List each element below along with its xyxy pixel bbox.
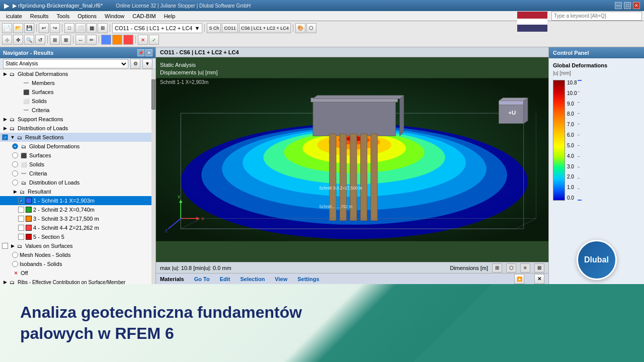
tree-item-solids[interactable]: ⬜ Solids [0,97,155,106]
tree-item-section-5[interactable]: 5 - Section 5 [0,232,155,241]
tree-item-rs-surfaces[interactable]: ⬛ Surfaces [0,151,155,160]
tree-item-rs-solids[interactable]: ⬜ Solids [0,160,155,169]
mat-edit[interactable]: Edit [220,276,230,282]
close-panel-button[interactable]: ✕ [145,49,152,56]
tb-move[interactable]: ✜ [13,35,23,45]
tb-grid[interactable]: ⊞ [50,35,60,45]
radio-rs-global-def[interactable] [12,143,18,149]
mat-close-btn[interactable]: ✕ [534,274,544,284]
minimize-button[interactable]: — [615,2,622,9]
tb-annotate[interactable]: ✏ [87,35,97,45]
tree-item-rs-resultant[interactable]: ▶ 🗂 Resultant [0,187,155,196]
tree-item-schnitt-2[interactable]: 2 - Schnitt 2-2 X=0,740m [0,205,155,214]
tb-redo[interactable]: ↪ [50,23,60,33]
status-btn-3[interactable]: ≡ [520,263,530,273]
pin-button[interactable]: 📌 [137,49,144,56]
analysis-select[interactable]: Static Analysis [3,59,128,68]
radio-off[interactable]: ✕ [12,270,19,276]
tb-wire[interactable]: ⬡ [306,23,316,33]
tb-view1[interactable]: □ [64,23,74,33]
tree-item-criteria[interactable]: 〰 Criteria [0,106,155,115]
mat-goto[interactable]: Go To [194,276,210,282]
tb-snap[interactable]: ⊠ [61,35,71,45]
tb-view2[interactable]: ⬜ [75,23,86,33]
tree-item-distribution-loads[interactable]: ▶ 🗂 Distribution of Loads [0,124,155,133]
status-btn-2[interactable]: ⬡ [506,263,516,273]
menu-help[interactable]: Help [160,12,180,20]
svg-marker-34 [499,98,527,101]
tb-select[interactable]: ⊹ [2,35,12,45]
nav-scrollbar[interactable] [151,69,155,284]
analysis-settings-btn[interactable]: ⚙ [130,59,140,69]
tb-save[interactable]: 💾 [24,23,34,33]
tb-view4[interactable]: ⊞ [98,23,108,33]
tree-item-surfaces[interactable]: ⬛ Surfaces [0,87,155,97]
tb-cross[interactable]: ✕ [138,35,148,45]
status-btn-1[interactable]: ⊞ [492,263,502,273]
tree-item-values-surfaces[interactable]: ▶ 🗂 Values on Surfaces [0,241,155,250]
tree-item-result-sections[interactable]: ▼ 🗂 Result Sections [0,133,155,142]
cb-schnitt-4[interactable] [18,225,24,231]
tb-render[interactable]: 🎨 [295,23,305,33]
sep6 [47,36,48,44]
tree-item-ribs[interactable]: ▶ 🗂 Ribs - Effective Contribution on Sur… [0,278,155,284]
maximize-button[interactable]: □ [624,2,631,9]
radio-rs-solids[interactable] [12,161,18,167]
tree-item-schnitt-3[interactable]: 3 - Schnitt 3-3 Z=17,500 m [0,214,155,223]
tree-item-rs-global-def[interactable]: 🗂 Global Deformations [0,142,155,151]
radio-rs-surfaces[interactable] [12,152,18,158]
tb-new[interactable]: 📄 [2,23,12,33]
tb-co11[interactable]: CO11 [222,23,238,33]
tb-rotate[interactable]: ↺ [35,35,45,45]
menu-tools[interactable]: Tools [52,12,73,20]
tb-color2[interactable] [112,35,122,45]
viewport[interactable]: X Y Z Schnitt 3-3 Z=17,500 m Schnitt... … [156,57,548,262]
radio-rs-dist-loads[interactable] [12,179,18,186]
mat-expand-btn[interactable]: 🔼 [514,274,524,284]
analysis-filter-btn[interactable]: ▼ [142,59,152,69]
tb-cs6-combo[interactable]: CS6 | LC1 + LC2 + LC4 [239,23,291,33]
tree-item-members[interactable]: 〰 Members [0,78,155,87]
cb-values-surfaces[interactable] [2,243,8,249]
tb-check[interactable]: ✓ [149,35,159,45]
combo-bar[interactable]: CO11 - CS6 | LC1 + LC2 + LC4 ▼ [112,23,202,33]
menu-window[interactable]: Window [101,12,128,20]
status-btn-4[interactable]: ⊠ [534,263,544,273]
tb-s-ch[interactable]: S Ch [207,23,221,33]
tb-color1[interactable] [101,35,111,45]
tb-color3[interactable] [123,35,133,45]
menu-cad-bim[interactable]: CAD-BIM [128,12,159,20]
menu-calculate[interactable]: iculate [2,12,26,20]
radio-mesh-nodes[interactable] [12,252,18,258]
cb-section-5[interactable] [18,234,24,240]
radio-rs-criteria[interactable] [12,170,18,176]
mat-selection[interactable]: Selection [240,276,265,282]
cb-schnitt-3[interactable] [18,216,24,222]
mat-view[interactable]: View [275,276,287,282]
nav-scrollbar-thumb[interactable] [151,79,155,110]
icon-rs-surfaces: ⬛ [20,151,28,159]
mat-settings[interactable]: Settings [297,276,319,282]
close-button[interactable]: ✕ [633,2,640,9]
tb-view3[interactable]: ▦ [87,23,97,33]
tree-item-mesh-nodes[interactable]: Mesh Nodes - Solids [0,250,155,259]
radio-isobands[interactable] [12,261,18,267]
tb-undo[interactable]: ↩ [39,23,49,33]
keyword-search[interactable] [551,12,642,21]
tree-item-global-deformations[interactable]: ▶ 🗂 Global Deformations [0,69,155,78]
cb-schnitt-2[interactable] [18,207,24,213]
tree-item-isobands[interactable]: Isobands - Solids [0,259,155,268]
tree-item-rs-dist-loads[interactable]: 🗂 Distribution of Loads [0,178,155,187]
cb-result-sections[interactable] [2,134,8,140]
tree-item-schnitt-4[interactable]: 4 - Schnitt 4-4 Z=21,262 m [0,223,155,232]
menu-results[interactable]: Results [26,12,53,20]
tb-open[interactable]: 📂 [13,23,23,33]
tree-item-off[interactable]: ✕ Off [0,268,155,278]
tb-dim[interactable]: ↔ [75,35,86,45]
tree-item-schnitt-1[interactable]: 1 - Schnitt 1-1 X=2,903m [0,196,155,205]
tree-item-support-reactions[interactable]: ▶ 🗂 Support Reactions [0,115,155,124]
menu-options[interactable]: Options [73,12,101,20]
tb-zoom[interactable]: 🔍 [24,35,34,45]
cb-schnitt-1[interactable] [18,198,24,204]
tree-item-rs-criteria[interactable]: 〰 Criteria [0,169,155,178]
